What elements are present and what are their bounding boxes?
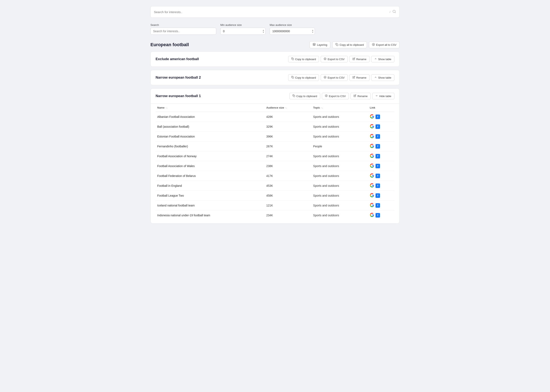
facebook-link-icon[interactable]: f [376, 213, 380, 217]
max-audience-filter-group: Max audience size ▲ ▼ [270, 23, 315, 35]
show-table-label-1: Show table [378, 76, 391, 79]
card-exclude-american-football: Exclude american football Copy to clipbo… [151, 51, 399, 67]
facebook-link-icon[interactable]: f [376, 134, 380, 139]
copy-clipboard-button-1[interactable]: Copy to clipboard [288, 74, 319, 81]
cell-link: f [368, 210, 394, 220]
cell-link: f [368, 151, 394, 161]
max-audience-spin-btns: ▲ ▼ [312, 29, 314, 33]
facebook-link-icon[interactable]: f [376, 193, 380, 198]
section-header: European football Layering [151, 41, 399, 48]
cell-topic: Sports and outdoors [311, 161, 368, 171]
cell-topic: Sports and outdoors [311, 122, 368, 132]
svg-rect-12 [294, 95, 295, 97]
cell-name: Ball (association football) [156, 122, 265, 132]
copy-label-2: Copy to clipboard [296, 95, 317, 98]
copy-icon-0 [291, 57, 294, 61]
search-icon[interactable] [392, 10, 396, 14]
cell-audience: 428K [265, 112, 311, 122]
svg-line-1 [395, 12, 395, 13]
show-table-icon-0 [374, 57, 377, 61]
card-actions-1: Copy to clipboard Export to CSV [288, 74, 394, 81]
rename-icon-2 [354, 94, 356, 98]
google-link-icon[interactable] [370, 173, 374, 178]
col-header-link: Link [368, 104, 394, 112]
facebook-link-icon[interactable]: f [376, 203, 380, 208]
export-all-button[interactable]: Export all to CSV [369, 42, 399, 48]
copy-all-button[interactable]: Copy all to clipboard [332, 42, 367, 48]
copy-icon-2 [292, 94, 295, 98]
cell-name: Football Federation of Belarus [156, 171, 265, 181]
hide-table-icon-2 [375, 94, 378, 98]
max-audience-increment[interactable]: ▲ [312, 29, 314, 31]
facebook-link-icon[interactable]: f [376, 144, 380, 149]
cell-audience: 329K [265, 122, 311, 132]
google-link-icon[interactable] [370, 144, 374, 149]
facebook-link-icon[interactable]: f [376, 183, 380, 188]
copy-all-icon [335, 43, 338, 47]
cell-name: Iceland national football team [156, 201, 265, 210]
show-table-button-1[interactable]: Show table [371, 74, 394, 81]
filter-row: Search Min audience size ▲ ▼ Max audienc… [151, 23, 399, 35]
google-link-icon[interactable] [370, 183, 374, 188]
hide-table-button-2[interactable]: Hide table [372, 93, 394, 99]
min-audience-input[interactable] [220, 28, 266, 35]
google-link-icon[interactable] [370, 193, 374, 198]
search-filter-group: Search [151, 23, 216, 35]
card-title-2: Narrow european football 1 [156, 94, 201, 98]
rename-button-0[interactable]: Rename [349, 56, 369, 62]
cell-link: f [368, 132, 394, 141]
cell-name: Football League Two [156, 191, 265, 201]
copy-clipboard-button-0[interactable]: Copy to clipboard [288, 56, 319, 62]
cell-audience: 238K [265, 161, 311, 171]
cell-name: Football Association of Wales [156, 161, 265, 171]
card-narrow-european-football-2: Narrow european football 2 Copy to clipb… [151, 70, 399, 85]
rename-button-1[interactable]: Rename [349, 74, 369, 81]
top-search-input[interactable] [154, 10, 390, 14]
export-csv-button-2[interactable]: Export to CSV [322, 93, 349, 99]
col-header-audience[interactable]: Audience size ↑↓ [265, 104, 311, 112]
google-link-icon[interactable] [370, 163, 374, 168]
show-table-button-0[interactable]: Show table [371, 56, 394, 62]
cell-link: f [368, 112, 394, 122]
col-header-topic[interactable]: Topic ↑↓ [311, 104, 368, 112]
export-csv-button-0[interactable]: Export to CSV [321, 56, 347, 62]
facebook-link-icon[interactable]: f [376, 124, 380, 129]
export-csv-button-1[interactable]: Export to CSV [321, 74, 347, 81]
cell-topic: Sports and outdoors [311, 171, 368, 181]
cell-link: f [368, 201, 394, 210]
table-row: Albanian Football Association428KSports … [156, 112, 394, 122]
copy-clipboard-button-2[interactable]: Copy to clipboard [289, 93, 320, 99]
google-link-icon[interactable] [370, 213, 374, 218]
google-link-icon[interactable] [370, 203, 374, 208]
google-link-icon[interactable] [370, 124, 374, 129]
sort-audience-icon: ↑↓ [285, 106, 287, 109]
google-link-icon[interactable] [370, 134, 374, 139]
cell-link: f [368, 191, 394, 201]
search-interests-input[interactable] [151, 28, 216, 35]
layering-label: Layering [317, 43, 327, 46]
table-row: Indonesia national under-19 football tea… [156, 210, 394, 220]
min-audience-spin-btns: ▲ ▼ [262, 29, 264, 33]
rename-button-2[interactable]: Rename [350, 93, 370, 99]
facebook-link-icon[interactable]: f [376, 164, 380, 168]
svg-marker-2 [313, 43, 316, 44]
google-link-icon[interactable] [370, 114, 374, 119]
cell-audience: 121K [265, 201, 311, 210]
min-audience-increment[interactable]: ▲ [262, 29, 264, 31]
cell-link: f [368, 171, 394, 181]
max-audience-input[interactable] [270, 28, 315, 35]
rename-icon-0 [353, 57, 355, 61]
facebook-link-icon[interactable]: f [376, 114, 380, 119]
max-audience-decrement[interactable]: ▼ [312, 31, 314, 33]
google-link-icon[interactable] [370, 154, 374, 159]
cell-topic: Sports and outdoors [311, 132, 368, 141]
facebook-link-icon[interactable]: f [376, 154, 380, 158]
layering-button[interactable]: Layering [310, 41, 330, 48]
min-audience-decrement[interactable]: ▼ [262, 31, 264, 33]
cell-name: Albanian Football Association [156, 112, 265, 122]
col-header-name[interactable]: Name ↑↓ [156, 104, 265, 112]
max-audience-label: Max audience size [270, 23, 315, 27]
facebook-link-icon[interactable]: f [376, 174, 380, 178]
hide-table-label-2: Hide table [379, 95, 391, 98]
export-icon-0 [324, 57, 326, 61]
